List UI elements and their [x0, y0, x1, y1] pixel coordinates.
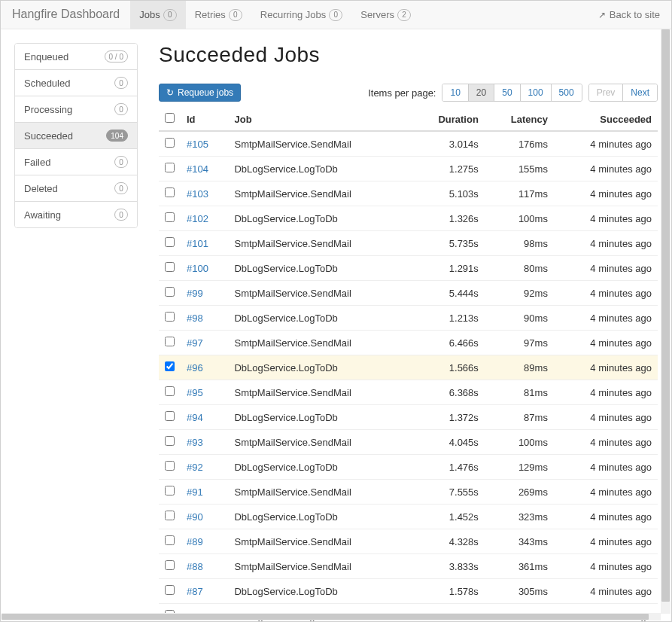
sidebar-badge: 0 — [114, 103, 128, 115]
table-row[interactable]: #102DbLogService.LogToDb1.326s100ms4 min… — [159, 206, 658, 231]
job-name: SmtpMailService.SendMail — [228, 331, 410, 355]
requeue-button[interactable]: Requeue jobs — [159, 84, 241, 102]
sidebar-item-processing[interactable]: Processing0 — [15, 96, 137, 123]
table-row[interactable]: #93SmtpMailService.SendMail4.045s100ms4 … — [159, 430, 658, 455]
job-id-link[interactable]: #93 — [187, 437, 203, 448]
row-checkbox[interactable] — [165, 386, 175, 396]
table-row[interactable]: #95SmtpMailService.SendMail6.368s81ms4 m… — [159, 380, 658, 405]
job-name: SmtpMailService.SendMail — [228, 529, 410, 554]
refresh-icon — [166, 87, 174, 98]
row-checkbox[interactable] — [165, 138, 175, 148]
row-checkbox[interactable] — [165, 436, 175, 446]
job-name: SmtpMailService.SendMail — [228, 480, 410, 505]
horizontal-scrollbar[interactable] — [2, 613, 661, 620]
perpage-10[interactable]: 10 — [442, 84, 468, 101]
job-latency: 80ms — [485, 256, 554, 281]
sidebar-item-label: Succeeded — [24, 130, 73, 142]
job-latency: 305ms — [485, 579, 554, 604]
row-checkbox[interactable] — [165, 361, 175, 371]
col-duration: Duration — [411, 108, 485, 131]
job-succeeded: 4 minutes ago — [554, 256, 658, 281]
row-checkbox[interactable] — [165, 486, 175, 495]
row-checkbox[interactable] — [165, 188, 175, 197]
job-id-link[interactable]: #97 — [187, 337, 203, 349]
sidebar-item-enqueued[interactable]: Enqueued0 / 0 — [15, 44, 137, 70]
table-row[interactable]: #96DbLogService.LogToDb1.566s89ms4 minut… — [159, 355, 658, 380]
sidebar-item-deleted[interactable]: Deleted0 — [15, 175, 137, 202]
row-checkbox[interactable] — [165, 237, 175, 247]
job-id-link[interactable]: #98 — [187, 313, 203, 324]
row-checkbox[interactable] — [165, 585, 175, 595]
job-id-link[interactable]: #95 — [187, 387, 203, 398]
table-row[interactable]: #103SmtpMailService.SendMail5.103s117ms4… — [159, 181, 658, 206]
sidebar-item-scheduled[interactable]: Scheduled0 — [15, 70, 137, 96]
table-row[interactable]: #100DbLogService.LogToDb1.291s80ms4 minu… — [159, 256, 658, 281]
table-row[interactable]: #89SmtpMailService.SendMail4.328s343ms4 … — [159, 529, 658, 554]
job-latency: 87ms — [485, 405, 554, 430]
job-id-link[interactable]: #88 — [187, 561, 203, 572]
back-label: Back to site — [610, 9, 660, 20]
row-checkbox[interactable] — [165, 163, 175, 172]
perpage-500[interactable]: 500 — [552, 84, 582, 101]
nav-item-jobs[interactable]: Jobs0 — [130, 1, 185, 29]
row-checkbox[interactable] — [165, 535, 175, 545]
sidebar-item-failed[interactable]: Failed0 — [15, 149, 137, 175]
row-checkbox[interactable] — [165, 337, 175, 346]
table-row[interactable]: #87DbLogService.LogToDb1.578s305ms4 minu… — [159, 579, 658, 604]
job-succeeded: 4 minutes ago — [554, 231, 658, 256]
job-id-link[interactable]: #104 — [187, 163, 208, 175]
job-succeeded: 4 minutes ago — [554, 157, 658, 181]
job-id-link[interactable]: #92 — [187, 462, 203, 473]
brand-link[interactable]: Hangfire Dashboard — [12, 1, 130, 29]
job-id-link[interactable]: #90 — [187, 511, 203, 523]
vertical-scrollbar[interactable] — [661, 29, 670, 614]
table-row[interactable]: #99SmtpMailService.SendMail5.444s92ms4 m… — [159, 281, 658, 306]
table-row[interactable]: #101SmtpMailService.SendMail5.735s98ms4 … — [159, 231, 658, 256]
back-to-site-link[interactable]: Back to site — [598, 1, 660, 29]
table-row[interactable]: #97SmtpMailService.SendMail6.466s97ms4 m… — [159, 331, 658, 355]
nav-item-recurring-jobs[interactable]: Recurring Jobs0 — [251, 1, 351, 29]
row-checkbox[interactable] — [165, 212, 175, 222]
table-row[interactable]: #98DbLogService.LogToDb1.213s90ms4 minut… — [159, 306, 658, 331]
job-id-link[interactable]: #89 — [187, 536, 203, 547]
sidebar-item-succeeded[interactable]: Succeeded104 — [15, 123, 137, 149]
row-checkbox[interactable] — [165, 411, 175, 421]
job-id-link[interactable]: #91 — [187, 486, 203, 498]
job-name: DbLogService.LogToDb — [228, 505, 410, 529]
table-row[interactable]: #90DbLogService.LogToDb1.452s323ms4 minu… — [159, 505, 658, 529]
job-id-link[interactable]: #105 — [187, 139, 208, 150]
job-latency: 89ms — [485, 355, 554, 380]
row-checkbox[interactable] — [165, 287, 175, 297]
sidebar-item-awaiting[interactable]: Awaiting0 — [15, 202, 137, 227]
job-duration: 4.045s — [411, 430, 485, 455]
nav-item-retries[interactable]: Retries0 — [186, 1, 251, 29]
table-row[interactable]: #105SmtpMailService.SendMail3.014s176ms4… — [159, 131, 658, 157]
row-checkbox[interactable] — [165, 312, 175, 322]
select-all-checkbox[interactable] — [165, 113, 175, 123]
row-checkbox[interactable] — [165, 560, 175, 570]
perpage-100[interactable]: 100 — [521, 84, 552, 101]
job-duration: 3.014s — [411, 131, 485, 157]
row-checkbox[interactable] — [165, 511, 175, 520]
job-id-link[interactable]: #101 — [187, 238, 208, 249]
job-id-link[interactable]: #94 — [187, 412, 203, 423]
perpage-50[interactable]: 50 — [494, 84, 520, 101]
share-icon — [598, 9, 606, 20]
job-id-link[interactable]: #96 — [187, 362, 203, 374]
job-id-link[interactable]: #102 — [187, 213, 208, 224]
job-id-link[interactable]: #99 — [187, 288, 203, 299]
job-id-link[interactable]: #103 — [187, 188, 208, 200]
nav-item-servers[interactable]: Servers2 — [351, 1, 420, 29]
table-row[interactable]: #91SmtpMailService.SendMail7.555s269ms4 … — [159, 480, 658, 505]
job-id-link[interactable]: #100 — [187, 263, 208, 274]
perpage-20[interactable]: 20 — [469, 84, 494, 101]
table-row[interactable]: #104DbLogService.LogToDb1.275s155ms4 min… — [159, 157, 658, 181]
table-row[interactable]: #94DbLogService.LogToDb1.372s87ms4 minut… — [159, 405, 658, 430]
job-succeeded: 4 minutes ago — [554, 281, 658, 306]
table-row[interactable]: #92DbLogService.LogToDb1.476s129ms4 minu… — [159, 455, 658, 480]
row-checkbox[interactable] — [165, 262, 175, 272]
pager-next[interactable]: Next — [623, 84, 657, 101]
row-checkbox[interactable] — [165, 461, 175, 471]
table-row[interactable]: #88SmtpMailService.SendMail3.833s361ms4 … — [159, 554, 658, 579]
job-id-link[interactable]: #87 — [187, 586, 203, 597]
